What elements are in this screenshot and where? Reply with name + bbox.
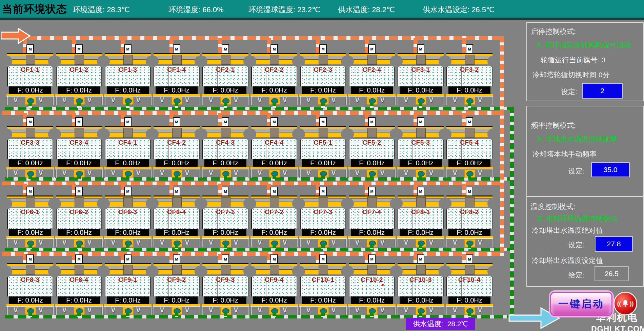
cooling-tower-CF7-4: MCF7-4F: 0.0Hz∨∨∨ — [349, 195, 395, 248]
cooling-tower-CF1-4: MCF1-4F: 0.0Hz∨∨∨ — [154, 53, 200, 106]
pump-outlet-pipe — [224, 312, 227, 317]
tower-label: CF3-2 — [447, 66, 492, 74]
outlet-setpoint-line: 冷却塔出水温度设定值 — [532, 256, 603, 265]
fan-motor-icon: M — [319, 117, 327, 127]
fan-motor-icon: M — [319, 254, 327, 264]
fan-pedestal — [221, 128, 230, 138]
fan-pedestal — [172, 128, 182, 138]
tower-label: CF1-1 — [8, 66, 53, 74]
pump-outlet-pipe — [273, 175, 276, 179]
pump-outlet-pipe — [126, 312, 129, 317]
tower-label: CF1-2 — [57, 66, 101, 74]
tower-fill: CF3-3 — [7, 139, 53, 159]
tower-fill: CF4-1 — [105, 139, 151, 159]
cooling-tower-CF2-4: MCF2-4F: 0.0Hz∨∨∨ — [349, 53, 395, 106]
outlet-abs-temp-line: 冷却塔出水温度绝对值 — [532, 226, 603, 235]
pump-outlet-pipe — [273, 245, 276, 249]
tower-fill: CF6-1 — [7, 208, 53, 229]
tower-label: CF10-3 — [398, 276, 443, 284]
pump-outlet-pipe — [370, 102, 374, 108]
cooling-tower-CF9-4: MCF9-4F: 0.0Hz∨∨∨ — [251, 263, 297, 316]
cooling-tower-CF8-3: MCF8-3F: 0.0Hz∨∨∨ — [7, 263, 53, 316]
cooling-tower-CF4-4: MCF4-4F: 0.0Hz∨∨∨ — [251, 126, 297, 179]
frequency-display: F: 0.0Hz — [253, 296, 295, 304]
pump-outlet-pipe — [28, 175, 32, 179]
supply-header-pipe — [2, 111, 504, 115]
group-title: 启停控制模式: — [531, 27, 576, 36]
outlet-temp-input[interactable]: 27.8 — [595, 236, 633, 252]
fan-deck — [105, 126, 151, 137]
fan-motor-icon: M — [173, 44, 180, 54]
cooling-tower-CF9-1: MCF9-1F: 0.0Hz∨∨∨ — [105, 263, 151, 316]
fan-deck — [398, 263, 444, 274]
cooling-tower-CF2-2: MCF2-2F: 0.0Hz∨∨∨ — [251, 53, 297, 106]
frequency-display: F: 0.0Hz — [448, 159, 490, 167]
supply-flow-arrow-icon — [1, 28, 31, 44]
fan-deck — [349, 195, 395, 207]
vendor-url: DGHLKT.COM — [591, 325, 643, 331]
pump-outlet-pipe — [28, 102, 32, 108]
frequency-display: F: 0.0Hz — [58, 296, 100, 304]
tower-label: CF10-2 — [349, 276, 394, 284]
fan-deck — [349, 263, 395, 274]
tower-label: CF7-4 — [349, 208, 394, 216]
fan-motor-icon: M — [222, 117, 229, 127]
pump-outlet-pipe — [224, 102, 227, 108]
cycle-count-input[interactable]: 2 — [582, 83, 623, 99]
cooling-tower-CF7-1: MCF7-1F: 0.0Hz∨∨∨ — [202, 195, 248, 248]
tower-label: CF7-3 — [301, 208, 345, 216]
cooling-tower-CF4-1: MCF4-1F: 0.0Hz∨∨∨ — [105, 126, 151, 179]
fan-motor-icon: M — [75, 187, 83, 196]
tower-fill: CF4-3 — [202, 139, 248, 159]
frequency-display: F: 0.0Hz — [156, 86, 198, 94]
set-label: 设定: — [568, 240, 585, 250]
alarm-bell-icon[interactable]: (( )) — [613, 292, 637, 315]
supply-riser-pipe — [500, 36, 504, 256]
frequency-mode: A. 本地出水温度控制频率 — [537, 134, 617, 144]
frequency-display: F: 0.0Hz — [9, 296, 51, 304]
fan-pedestal — [123, 197, 133, 207]
tower-label: CF4-3 — [203, 139, 248, 146]
fan-deck — [154, 263, 200, 274]
frequency-display: F: 0.0Hz — [253, 159, 295, 167]
fan-deck — [202, 53, 248, 64]
cooling-tower-CF2-3: MCF2-3F: 0.0Hz∨∨∨ — [300, 53, 346, 106]
metric-supply-water-temp: 供水温度:28.2℃ — [338, 5, 395, 15]
tower-fill: CF5-4 — [446, 139, 492, 159]
pump-outlet-pipe — [321, 102, 325, 108]
pump-outlet-pipe — [77, 175, 81, 179]
start-stop-control-group: 启停控制模式: A. 程序指定冷却风机编号启动 轮循运行当前旗号: 3 冷却塔轮… — [526, 22, 644, 101]
pump-outlet-pipe — [419, 245, 422, 249]
header-bar: 当前环境状态 环境温度:28.3℃ 环境湿度:66.0% 环境湿球温度:23.2… — [0, 0, 644, 20]
fan-motor-icon: M — [368, 117, 376, 127]
frequency-display: F: 0.0Hz — [107, 159, 149, 167]
manual-frequency-input[interactable]: 35.0 — [591, 162, 630, 177]
fan-pedestal — [221, 197, 230, 207]
fan-deck — [7, 53, 53, 64]
one-key-start-button[interactable]: 一键启动 — [550, 292, 612, 316]
tower-label: CF4-4 — [252, 139, 297, 146]
pump-outlet-pipe — [175, 245, 178, 249]
pump-outlet-pipe — [419, 312, 422, 317]
fan-motor-icon: M — [26, 44, 34, 54]
tower-label: CF8-2 — [447, 208, 492, 216]
tower-fill: CF9-2 — [154, 276, 200, 296]
metric-supply-water-setpoint: 供水水温设定:26.5℃ — [423, 5, 495, 15]
frequency-display: F: 0.0Hz — [9, 229, 51, 236]
group-title: 频率控制模式: — [531, 121, 576, 130]
fan-pedestal — [367, 55, 377, 65]
frequency-display: F: 0.0Hz — [58, 159, 100, 167]
fan-pedestal — [270, 55, 279, 65]
tower-fill: CF2-3 — [300, 66, 346, 86]
fan-motor-icon: M — [173, 254, 180, 264]
fan-pedestal — [26, 128, 35, 138]
tower-label: CF5-3 — [398, 139, 443, 146]
tower-label: CF7-2 — [252, 208, 297, 216]
frequency-display: F: 0.0Hz — [351, 296, 393, 304]
tower-label: CF6-1 — [8, 208, 53, 216]
cooling-tower-CF3-3: MCF3-3F: 0.0Hz∨∨∨ — [7, 126, 53, 179]
fan-deck — [398, 53, 444, 64]
tower-fill: CF8-4 — [56, 276, 102, 296]
pump-outlet-pipe — [419, 175, 422, 179]
fan-deck — [398, 126, 444, 137]
